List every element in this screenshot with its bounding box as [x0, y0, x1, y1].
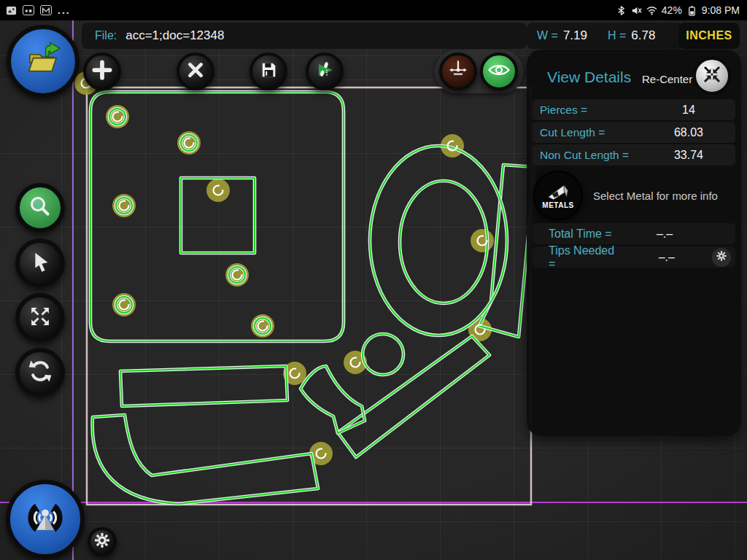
notification-icons: ...: [0, 4, 71, 16]
recenter-label: Re-Center: [642, 73, 692, 85]
expand-arrows-icon: [28, 304, 53, 332]
units-toggle-button[interactable]: INCHES: [678, 23, 740, 49]
footprints-play-icon: [313, 58, 336, 85]
broadcast-antenna-icon: [23, 495, 68, 543]
app-screen: ... 42% 9:08 PM File: acc=1;doc=12348 W …: [0, 0, 747, 560]
pierces-row: Pierces = 14: [533, 99, 735, 120]
simulate-button[interactable]: [306, 52, 344, 90]
non-cut-length-label: Non Cut Length =: [535, 149, 629, 162]
show-hide-button[interactable]: [480, 52, 518, 90]
tips-settings-button[interactable]: [712, 248, 731, 267]
machine-axis-vertical: [72, 20, 74, 560]
gear-icon: [716, 250, 727, 265]
close-button[interactable]: [177, 52, 214, 90]
cursor-arrow-icon: [28, 249, 53, 277]
cut-length-value: 68.03: [645, 126, 732, 139]
broadcast-connect-button[interactable]: [6, 480, 85, 559]
add-button[interactable]: [83, 52, 121, 90]
pierces-label: Pierces =: [535, 104, 587, 117]
total-time-row: Total Time = –.–: [533, 223, 735, 244]
open-folder-icon: [22, 39, 64, 84]
total-time-label: Total Time =: [533, 228, 612, 241]
width-label: W =: [537, 29, 558, 42]
close-icon: [186, 61, 205, 82]
zoom-button[interactable]: [15, 183, 65, 233]
dimensions-bar: W = 7.19 H = 6.78: [527, 23, 683, 49]
select-cursor-button[interactable]: [15, 238, 65, 288]
save-button[interactable]: [249, 52, 287, 90]
torch-position-button[interactable]: [439, 52, 477, 90]
battery-icon: [686, 5, 697, 16]
metal-select-row: METALS Select Metal for more info: [533, 172, 736, 219]
non-cut-length-row: Non Cut Length = 33.74: [533, 144, 735, 166]
message-icon: [40, 5, 52, 15]
tips-needed-label: Tips Needed =: [533, 244, 622, 271]
plus-icon: [91, 59, 113, 84]
metal-hint-text: Select Metal for more info: [593, 190, 718, 202]
tips-needed-value: –.–: [622, 251, 712, 264]
wifi-icon: [646, 5, 657, 16]
metals-logo-text: METALS: [542, 201, 573, 209]
height-value: 6.78: [631, 28, 655, 43]
screenshot-icon: [6, 5, 17, 16]
panel-header: View Details Re-Center: [527, 60, 741, 95]
cut-length-label: Cut Length =: [535, 126, 605, 139]
tips-needed-row: Tips Needed = –.–: [533, 246, 735, 268]
cut-length-row: Cut Length = 68.03: [533, 122, 735, 143]
stats-rows: Pierces = 14 Cut Length = 68.03 Non Cut …: [533, 99, 735, 167]
recenter-button[interactable]: [693, 57, 731, 95]
android-status-bar: ... 42% 9:08 PM: [0, 0, 747, 20]
mute-icon: [631, 5, 642, 16]
view-details-panel: View Details Re-Center Pierces = 14 Cut …: [527, 50, 741, 436]
recenter-arrows-icon: [701, 63, 723, 88]
bluetooth-icon: [616, 5, 627, 16]
file-label: File:: [95, 29, 117, 42]
more-notifications-icon: ...: [58, 4, 71, 16]
non-cut-length-value: 33.74: [645, 149, 732, 162]
torch-crosshair-icon: [446, 58, 470, 85]
height-label: H =: [608, 29, 626, 42]
refresh-button[interactable]: [15, 348, 65, 397]
magnifier-icon: [27, 193, 53, 222]
clock-time: 9:08 PM: [702, 4, 740, 16]
sd-card-icon: [23, 5, 34, 15]
file-name-bar[interactable]: File: acc=1;doc=12348: [82, 23, 527, 49]
eye-icon: [487, 58, 511, 85]
save-icon: [258, 60, 279, 83]
machine-axis-horizontal: [0, 502, 747, 503]
file-value: acc=1;doc=12348: [125, 28, 224, 43]
fit-expand-button[interactable]: [15, 293, 65, 343]
open-file-button[interactable]: [7, 25, 80, 98]
pierces-value: 14: [645, 104, 732, 117]
system-status-icons: 42% 9:08 PM: [616, 4, 747, 16]
total-time-value: –.–: [617, 228, 712, 241]
battery-percent: 42%: [662, 4, 682, 16]
gear-icon: [93, 532, 111, 552]
width-value: 7.19: [563, 28, 587, 43]
refresh-icon: [27, 358, 53, 387]
metals-logo-button[interactable]: METALS: [533, 171, 583, 220]
time-rows: Total Time = –.– Tips Needed = –.–: [533, 223, 735, 270]
settings-button[interactable]: [88, 527, 117, 556]
panel-title: View Details: [547, 69, 631, 86]
